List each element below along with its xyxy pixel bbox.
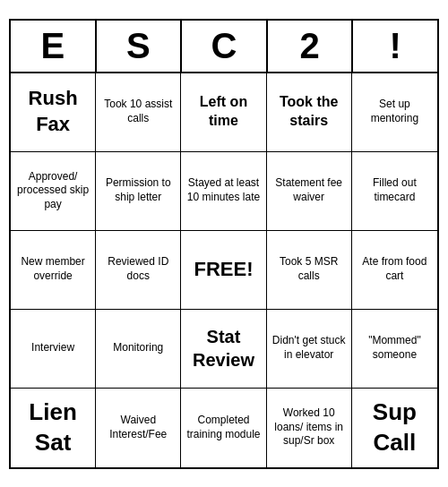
bingo-cell-10[interactable]: New member override xyxy=(11,231,96,310)
bingo-grid: Rush FaxTook 10 assist callsLeft on time… xyxy=(11,73,437,467)
bingo-cell-7[interactable]: Stayed at least 10 minutes late xyxy=(181,152,266,231)
bingo-cell-3[interactable]: Took the stairs xyxy=(267,73,352,152)
bingo-cell-8[interactable]: Statement fee waiver xyxy=(267,152,352,231)
title-letter-1: S xyxy=(97,21,183,72)
title-letter-0: E xyxy=(11,21,97,72)
title-letter-3: 2 xyxy=(268,21,354,72)
title-letter-4: ! xyxy=(353,21,437,72)
bingo-title: ESC2! xyxy=(11,21,437,73)
bingo-cell-1[interactable]: Took 10 assist calls xyxy=(96,73,181,152)
bingo-cell-2[interactable]: Left on time xyxy=(181,73,266,152)
bingo-cell-23[interactable]: Worked 10 loans/ items in sup/Sr box xyxy=(267,389,352,467)
bingo-cell-21[interactable]: Waived Interest/Fee xyxy=(96,389,181,467)
bingo-cell-9[interactable]: Filled out timecard xyxy=(352,152,437,231)
bingo-cell-0[interactable]: Rush Fax xyxy=(11,73,96,152)
bingo-cell-13[interactable]: Took 5 MSR calls xyxy=(267,231,352,310)
bingo-cell-19[interactable]: "Mommed" someone xyxy=(352,310,437,389)
bingo-cell-4[interactable]: Set up mentoring xyxy=(352,73,437,152)
bingo-cell-17[interactable]: Stat Review xyxy=(181,310,266,389)
bingo-cell-20[interactable]: Lien Sat xyxy=(11,389,96,467)
title-letter-2: C xyxy=(182,21,268,72)
bingo-cell-16[interactable]: Monitoring xyxy=(96,310,181,389)
bingo-cell-15[interactable]: Interview xyxy=(11,310,96,389)
bingo-cell-11[interactable]: Reviewed ID docs xyxy=(96,231,181,310)
bingo-card: ESC2! Rush FaxTook 10 assist callsLeft o… xyxy=(9,19,439,469)
bingo-cell-14[interactable]: Ate from food cart xyxy=(352,231,437,310)
bingo-cell-18[interactable]: Didn't get stuck in elevator xyxy=(267,310,352,389)
bingo-cell-5[interactable]: Approved/ processed skip pay xyxy=(11,152,96,231)
bingo-cell-24[interactable]: Sup Call xyxy=(352,389,437,467)
bingo-cell-12[interactable]: FREE! xyxy=(181,231,266,310)
bingo-cell-6[interactable]: Permission to ship letter xyxy=(96,152,181,231)
bingo-cell-22[interactable]: Completed training module xyxy=(181,389,266,467)
